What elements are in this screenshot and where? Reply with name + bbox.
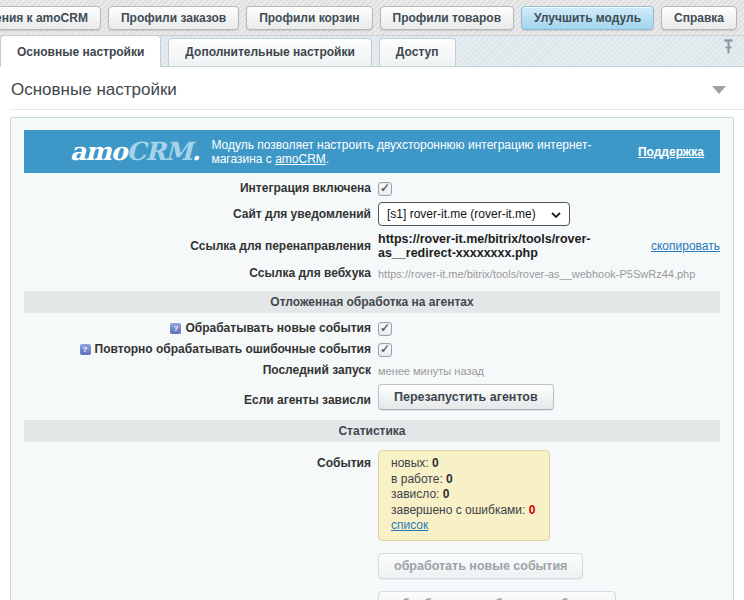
chevron-down-icon (551, 207, 561, 221)
events-stats-row: События новых: 0 в работе: 0 зависло: 0 … (24, 450, 720, 541)
banner-text-period: . (326, 152, 329, 166)
stat-finished-errors-value: 0 (529, 503, 536, 517)
notification-site-select[interactable]: [s1] rover-it.me (rover-it.me) (378, 202, 570, 226)
process-error-events-row: ?Повторно обрабатывать ошибочные события (24, 342, 720, 357)
process-new-events-label: ?Обрабатывать новые события (24, 321, 371, 336)
notification-site-row: Сайт для уведомлений [s1] rover-it.me (r… (24, 202, 720, 226)
top-toolbar: Подключения к amoCRM Профили заказов Про… (0, 0, 744, 36)
process-error-events-button[interactable]: обработать ошибочные события (378, 591, 616, 600)
process-new-events-checkbox[interactable] (378, 322, 392, 336)
process-new-events-label-text: Обрабатывать новые события (185, 321, 371, 335)
banner-text: Модуль позволяет настроить двухстороннюю… (211, 138, 591, 166)
product-profiles-button[interactable]: Профили товаров (380, 6, 514, 30)
notification-site-value: [s1] rover-it.me (rover-it.me) (387, 207, 536, 221)
stat-finished-errors: завершено с ошибками: 0 (391, 503, 535, 519)
banner-description: Модуль позволяет настроить двухстороннюю… (211, 138, 638, 166)
collapse-chevron-down-icon[interactable] (712, 86, 726, 94)
help-icon[interactable]: ? (80, 344, 91, 355)
events-list-link[interactable]: список (391, 518, 428, 532)
section-heading-row: Основные настройки (0, 67, 744, 109)
order-profiles-button[interactable]: Профили заказов (108, 6, 239, 30)
agents-section-header: Отложенная обработка на агентах (24, 291, 720, 313)
notification-site-label: Сайт для уведомлений (24, 207, 371, 222)
tab-access[interactable]: Доступ (379, 38, 456, 66)
support-link[interactable]: Поддержка (638, 145, 704, 159)
help-button[interactable]: Справка (661, 6, 737, 30)
webhook-url-label: Ссылка для вебхука (24, 266, 371, 281)
events-stats-box: новых: 0 в работе: 0 зависло: 0 завершен… (378, 450, 550, 541)
settings-tab-bar: Основные настройки Дополнительные настро… (0, 36, 744, 67)
restart-agents-button[interactable]: Перезапустить агентов (378, 384, 554, 410)
copy-link[interactable]: скопировать (651, 239, 720, 253)
stat-new-value: 0 (432, 456, 439, 470)
amocrm-banner: amoCRM. Модуль позволяет настроить двухс… (24, 130, 720, 173)
restart-agents-row: Если агенты зависли Перезапустить агенто… (24, 384, 720, 410)
webhook-url-row: Ссылка для вебхука https://rover-it.me/b… (24, 266, 720, 281)
events-label: События (24, 450, 371, 471)
amocrm-connections-button[interactable]: Подключения к amoCRM (0, 6, 101, 30)
help-icon[interactable]: ? (170, 323, 181, 334)
statistics-section-header: Статистика (24, 420, 720, 442)
stat-finished-errors-label: завершено с ошибками: (391, 503, 525, 517)
stat-in-progress: в работе: 0 (391, 472, 535, 488)
amocrm-logo: amoCRM. (70, 137, 199, 166)
integration-label: Интеграция включена (24, 181, 371, 196)
basket-profiles-button[interactable]: Профили корзин (246, 6, 372, 30)
page-title: Основные настройки (11, 80, 177, 100)
amocrm-link[interactable]: amoCRM (275, 152, 326, 166)
stat-in-progress-label: в работе: (391, 472, 443, 486)
tab-additional-settings[interactable]: Дополнительные настройки (168, 38, 372, 66)
stat-stuck-value: 0 (443, 487, 450, 501)
upgrade-module-button[interactable]: Улучшить модуль (521, 6, 654, 30)
stat-new: новых: 0 (391, 456, 535, 472)
process-new-events-button[interactable]: обработать новые события (378, 553, 583, 579)
pin-icon[interactable] (723, 39, 734, 57)
tab-main-settings[interactable]: Основные настройки (0, 35, 161, 67)
stat-new-label: новых: (391, 456, 429, 470)
last-run-row: Последний запуск менее минуты назад (24, 363, 720, 378)
process-error-events-label-text: Повторно обрабатывать ошибочные события (95, 342, 371, 356)
last-run-label: Последний запуск (24, 363, 371, 378)
redirect-url-row: Ссылка для перенаправления https://rover… (24, 232, 720, 260)
process-error-events-checkbox[interactable] (378, 343, 392, 357)
stat-stuck-label: зависло: (391, 487, 439, 501)
webhook-url-value: https://rover-it.me/bitrix/tools/rover-a… (378, 268, 695, 280)
process-new-events-row: ?Обрабатывать новые события (24, 321, 720, 336)
last-run-value: менее минуты назад (378, 365, 484, 377)
heading-divider (10, 109, 744, 110)
stat-in-progress-value: 0 (446, 472, 453, 486)
stat-stuck: зависло: 0 (391, 487, 535, 503)
settings-panel: amoCRM. Модуль позволяет настроить двухс… (10, 117, 734, 600)
integration-checkbox[interactable] (378, 182, 392, 196)
logo-crm-part: CRM (126, 137, 191, 166)
logo-amo-part: amo (70, 137, 126, 166)
restart-agents-label: Если агенты зависли (24, 387, 371, 408)
redirect-url-label: Ссылка для перенаправления (24, 239, 371, 254)
redirect-url-value: https://rover-it.me/bitrix/tools/rover-a… (378, 232, 645, 260)
process-error-events-label: ?Повторно обрабатывать ошибочные события (24, 342, 371, 357)
logo-dot-part: . (192, 137, 200, 166)
integration-row: Интеграция включена (24, 181, 720, 196)
